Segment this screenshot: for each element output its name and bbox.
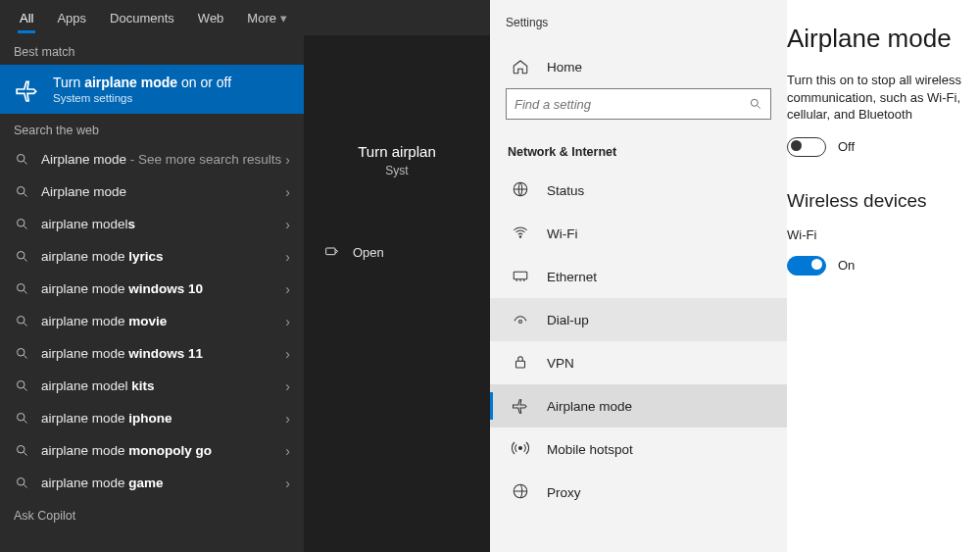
svg-rect-15 [514,272,527,279]
svg-rect-11 [326,248,335,255]
wifi-icon [512,224,529,244]
search-result-text: Airplane mode - See more search results [41,152,281,167]
search-icon [14,476,29,491]
chevron-right-icon: › [285,217,290,232]
search-result-text: airplane model kits [41,378,155,393]
settings-nav: Settings Home Network & Internet StatusW… [490,0,787,552]
search-icon [14,314,29,329]
nav-item-label: Wi-Fi [547,226,577,241]
search-result-text: airplane mode lyrics [41,249,164,264]
chevron-right-icon: › [285,443,290,459]
svg-point-3 [17,252,24,260]
search-result-text: airplane mode windows 11 [41,346,203,361]
settings-content: Airplane mode Turn this on to stop all w… [787,0,980,552]
svg-point-0 [17,155,24,163]
best-match-title: Turn airplane mode on or off [53,75,231,90]
svg-point-8 [17,414,24,422]
chevron-down-icon: ▾ [280,11,287,25]
search-result-text: airplane mode movie [41,314,167,328]
search-result[interactable]: airplane mode game› [0,467,304,499]
search-result[interactable]: airplane model kits› [0,370,304,402]
nav-item-proxy[interactable]: Proxy [490,471,787,514]
search-result-text: airplane models [41,217,135,231]
svg-point-7 [17,381,24,389]
airplane-mode-toggle[interactable] [787,137,826,157]
svg-point-12 [751,99,758,106]
tab-more[interactable]: More ▾ [235,3,298,32]
nav-item-wi-fi[interactable]: Wi-Fi [490,212,787,255]
search-icon [14,249,29,265]
home-icon [512,58,529,75]
tab-apps[interactable]: Apps [45,3,98,32]
nav-item-label: Airplane mode [547,399,632,414]
nav-item-label: Proxy [547,485,581,500]
chevron-right-icon: › [285,378,290,394]
best-match-label: Best match [0,35,304,65]
svg-point-9 [17,446,24,454]
best-match-subtitle: System settings [53,92,231,104]
preview-open-action[interactable]: Open [304,230,490,274]
search-icon [14,152,29,168]
chevron-right-icon: › [285,411,290,427]
globe-icon [512,180,529,201]
search-result[interactable]: airplane mode lyrics› [0,240,304,273]
chevron-right-icon: › [285,249,290,265]
chevron-right-icon: › [285,314,290,329]
search-result[interactable]: airplane mode movie› [0,305,304,337]
start-search-panel: All Apps Documents Web More ▾ Best match… [0,0,490,552]
nav-home[interactable]: Home [490,45,787,88]
chevron-right-icon: › [285,184,290,200]
nav-item-status[interactable]: Status [490,169,787,212]
search-result[interactable]: airplane mode windows 10› [0,273,304,305]
nav-item-label: Ethernet [547,270,597,284]
search-result[interactable]: Airplane mode› [0,176,304,208]
search-result[interactable]: Airplane mode - See more search results› [0,143,304,176]
open-icon [323,244,339,260]
nav-item-dial-up[interactable]: Dial-up [490,298,787,341]
wifi-toggle[interactable] [787,256,826,276]
find-setting-input[interactable] [514,97,749,112]
settings-window: Settings Home Network & Internet StatusW… [490,0,980,552]
airplane-mode-toggle-label: Off [838,139,855,154]
chevron-right-icon: › [285,152,290,168]
search-result-text: airplane mode monopoly go [41,443,212,458]
search-icon [14,378,29,394]
vpn-icon [512,353,529,374]
nav-item-ethernet[interactable]: Ethernet [490,255,787,298]
search-result[interactable]: airplane models› [0,208,304,240]
tab-all[interactable]: All [8,3,45,32]
search-icon [14,217,29,232]
ethernet-icon [512,267,529,287]
page-title: Airplane mode [787,24,980,72]
nav-item-vpn[interactable]: VPN [490,341,787,384]
nav-item-label: Mobile hotspot [547,442,633,457]
search-icon [749,97,762,111]
search-icon [14,443,29,459]
search-icon [14,184,29,200]
tab-documents[interactable]: Documents [98,3,186,32]
find-setting-box[interactable] [506,88,771,120]
search-result-text: Airplane mode [41,184,126,199]
tab-web[interactable]: Web [186,3,236,32]
svg-point-1 [17,187,24,195]
airplane-icon [512,396,529,417]
preview-subtitle: Syst [304,164,490,177]
nav-item-label: VPN [547,356,574,371]
nav-item-airplane-mode[interactable]: Airplane mode [490,384,787,427]
wifi-label: Wi-Fi [787,227,980,242]
nav-item-mobile-hotspot[interactable]: Mobile hotspot [490,427,787,471]
best-match-result[interactable]: Turn airplane mode on or off System sett… [0,65,304,114]
search-result[interactable]: airplane mode iphone› [0,402,304,434]
svg-point-5 [17,317,24,325]
search-tabs: All Apps Documents Web More ▾ [0,0,490,35]
search-result[interactable]: airplane mode windows 11› [0,337,304,370]
svg-point-10 [17,478,24,486]
search-result[interactable]: airplane mode monopoly go› [0,434,304,467]
page-description: Turn this on to stop all wireless commun… [787,72,980,124]
search-icon [14,411,29,427]
nav-category: Network & Internet [490,129,787,169]
svg-point-18 [519,446,522,449]
wifi-toggle-label: On [838,258,855,273]
settings-header: Settings [490,8,787,45]
svg-point-2 [17,220,24,227]
